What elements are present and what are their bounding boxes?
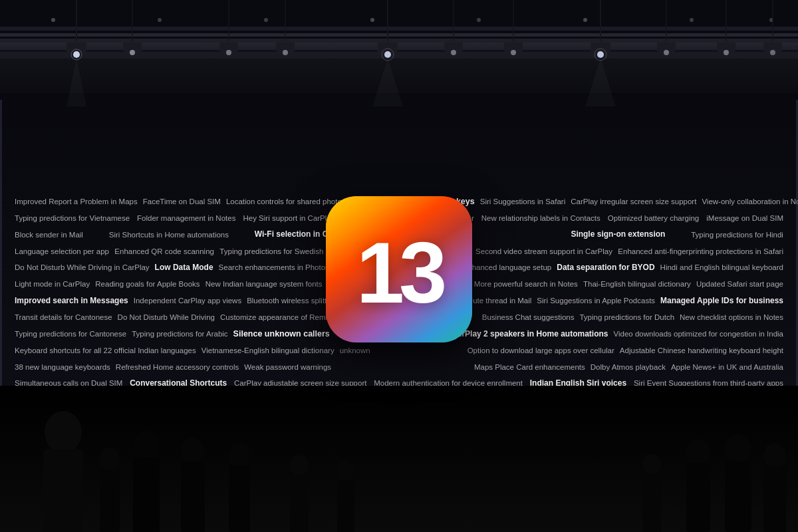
feature-item: Search enhancements in Photos [216,261,332,274]
feature-item: Independent CarPlay app views [131,294,244,307]
svg-point-14 [763,443,786,468]
feature-item-highlight: Silence unknown callers [231,327,332,341]
feature-item: Business Chat suggestions [479,311,577,324]
svg-rect-15 [763,466,786,532]
feature-item: View-only collaboration in Notes [699,195,798,208]
feature-item: Improved Report a Problem in Maps [12,195,140,208]
feature-item: Siri Suggestions in Apple Podcasts [534,294,658,307]
feature-item: unknown [337,344,373,357]
feature-item: Typing predictions for Swedish [217,245,326,258]
feature-item: Siri Shortcuts in Home automations [106,228,231,241]
feature-item: Weak password warnings [241,360,334,374]
svg-rect-3 [133,458,160,532]
feature-item: Video downloads optimized for congestion… [610,327,786,340]
feature-item: Folder management in Notes [134,211,238,225]
svg-point-4 [181,438,205,464]
svg-rect-9 [100,469,120,532]
ios13-icon: 13 [326,196,472,342]
svg-rect-13 [725,461,751,532]
ceiling-bar-secondary [0,52,798,59]
feature-item: Enhanced language setup [460,261,555,274]
feature-item: Typing predictions for Hindi [688,228,786,241]
feature-row-10: Keyboard shortcuts for all 22 official I… [0,342,798,358]
feature-item: More powerful search in Notes [471,277,581,291]
feature-item: Refreshed Home accessory controls [113,360,241,374]
svg-point-16 [290,455,309,476]
ceiling [0,0,798,100]
feature-item-bold: Improved search in Messages [12,294,131,308]
feature-item: Typing predictions for Arabic [129,327,230,340]
feature-item: Typing predictions for Cantonese [12,327,129,340]
feature-item: New relationship labels in Contacts [479,211,603,225]
feature-item: Mute thread in Mail [464,294,535,307]
screen-edge-left [0,100,2,399]
svg-point-2 [133,431,160,460]
feature-item: Transit details for Cantonese [12,311,115,324]
svg-rect-19 [337,480,354,532]
feature-item: Thai-English bilingual dictionary [581,277,694,291]
ceiling-bar-main [0,37,798,50]
svg-rect-5 [181,462,205,532]
svg-rect-11 [686,463,710,532]
feature-item: CarPlay irregular screen size support [568,195,699,208]
ios-version-number: 13 [356,223,442,316]
feature-item: Maps Place Card enhancements [471,360,588,374]
svg-point-20 [642,454,661,475]
feature-item: Optimized battery charging [605,211,702,225]
feature-item: New Indian language system fonts [203,277,325,291]
feature-item-bold: Managed Apple IDs for business [658,294,786,308]
feature-item: New checklist options in Notes [677,311,786,324]
feature-item: Do Not Disturb While Driving in CarPlay [12,261,152,274]
feature-item: Reading goals for Apple Books [92,277,202,291]
feature-item: Block sender in Mail [12,228,86,241]
feature-item: Hey Siri support in CarPlay [240,211,337,225]
feature-item: Do Not Disturb While Driving [115,311,217,324]
feature-item: FaceTime on Dual SIM [140,195,223,208]
feature-item: Hindi and English bilingual keyboard [658,261,786,274]
feature-item: Option to download large apps over cellu… [465,344,617,357]
svg-point-18 [337,461,354,481]
svg-rect-17 [290,475,309,532]
feature-item-bold: AirPlay 2 speakers in Home automations [451,327,610,341]
feature-item: Enhanced anti-fingerprinting protections… [615,245,786,258]
svg-point-6 [229,444,250,467]
svg-point-12 [725,434,751,464]
feature-item: iMessage on Dual SIM [704,211,786,225]
feature-item-bold: Single sign-on extension [568,227,668,241]
svg-rect-21 [642,473,661,532]
feature-item: Keyboard shortcuts for all 22 official I… [12,344,199,357]
feature-item: Typing predictions for Dutch [577,311,677,324]
ios13-icon-bg: 13 [326,196,472,342]
feature-item: Bluetooth wireless splitter [244,294,336,307]
svg-point-0 [45,411,82,454]
feature-item: Vietnamese-English bilingual dictionary [199,344,337,357]
feature-item-bold: Low Data Mode [152,261,216,275]
feature-item: Light mode in CarPlay [12,277,92,291]
svg-point-8 [100,448,120,470]
svg-rect-7 [229,466,250,532]
feature-item: Adjustable Chinese handwriting keyboard … [617,344,786,357]
feature-item: Second video stream support in CarPlay [473,245,615,258]
audience-silhouettes [0,372,798,532]
svg-point-10 [686,439,710,466]
feature-item: Enhanced QR code scanning [112,245,217,258]
feature-item: Typing predictions for Vietnamese [12,211,132,225]
feature-item: Updated Safari start page [694,277,786,291]
feature-item: 38 new language keyboards [12,360,113,374]
svg-rect-1 [43,449,83,532]
feature-item-bold: Data separation for BYOD [554,261,657,275]
feature-item: Apple News+ in UK and Australia [668,360,786,374]
feature-item: Language selection per app [12,245,112,258]
feature-item: Siri Suggestions in Safari [477,195,568,208]
feature-item: Dolby Atmos playback [588,360,668,374]
